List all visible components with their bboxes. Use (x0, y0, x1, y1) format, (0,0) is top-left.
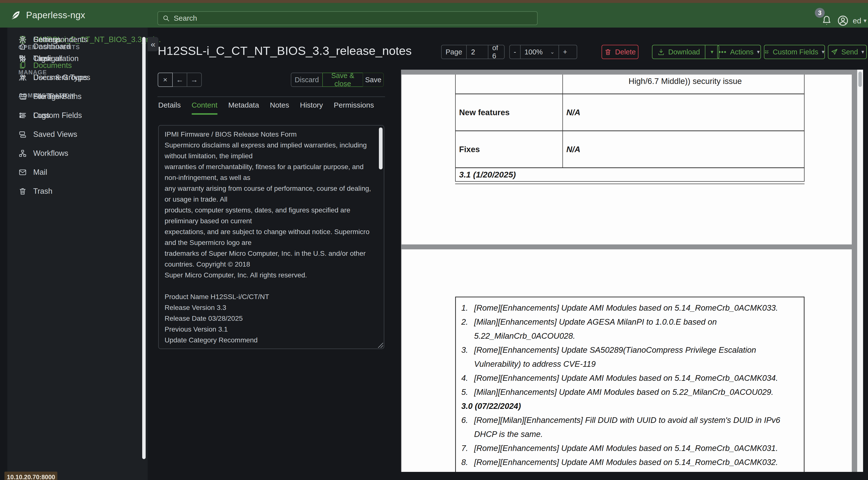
pdf-page-1: High/6.7 Middle)) security issue New fea… (402, 74, 852, 244)
sidebar-item-users-groups[interactable]: Users & Groups (7, 68, 148, 87)
list-item-number: 8. (461, 455, 474, 469)
list-item: 4. [Rome][Enhancements] Update AMI Modul… (461, 371, 799, 385)
table-row: New features N/A (455, 94, 805, 131)
list-item: 6. [Rome][Milan][Enhancements] Fill DUID… (461, 413, 799, 441)
top-navbar: Paperless-ngx 3 ed ▾ (0, 3, 868, 28)
download-button[interactable]: Download (652, 45, 705, 59)
delete-button[interactable]: Delete (601, 45, 639, 59)
list-item: 1. [Rome][Enhancements] Update AMI Modul… (461, 301, 799, 315)
list-item-text: 3.0 (07/22/2024) (461, 399, 799, 413)
list-item: 3.0 (07/22/2024) (461, 399, 799, 413)
sidebar-item-label: Logs (33, 111, 50, 120)
tab-content[interactable]: Content (192, 101, 217, 113)
sidebar-item-mail[interactable]: Mail (7, 163, 148, 182)
list-item-text: [Rome][Milan][Enhancements] For UsbBus-e… (474, 469, 799, 472)
textarea-resize-handle[interactable] (377, 342, 383, 348)
previous-document-button[interactable]: ← (172, 72, 187, 87)
sidebar-item-label: Settings (33, 35, 61, 44)
caret-down-icon: ▾ (822, 49, 825, 55)
notification-count-badge[interactable]: 3 (815, 8, 825, 18)
document-title: H12SSL-i_C_CT_NT_BIOS_3.3_release_notes (158, 44, 412, 58)
page-total-label: of 6 (488, 45, 504, 59)
gear-icon (19, 35, 27, 44)
trash-icon (19, 187, 27, 196)
zoom-select[interactable]: 100% ⌄ (521, 45, 559, 59)
zoom-out-button[interactable]: - (510, 45, 521, 59)
save-and-close-button[interactable]: Save & close (322, 72, 363, 87)
tab-history[interactable]: History (300, 101, 323, 113)
list-item-number: 5. (461, 385, 474, 399)
textarea-scrollbar[interactable] (379, 127, 382, 169)
sidebar-collapse-button[interactable]: « (148, 37, 158, 51)
sliders-icon (19, 54, 27, 63)
save-button-group: Discard Save & close Save (291, 72, 384, 87)
tab-metadata[interactable]: Metadata (228, 101, 259, 113)
sidebar-item-settings[interactable]: Settings (7, 30, 148, 49)
user-menu-caret-icon[interactable]: ▾ (864, 17, 867, 24)
list-item-number: 6. (461, 413, 474, 441)
download-caret-button[interactable]: ▾ (705, 45, 719, 59)
list-item-text: [Milan][Enhancements] Update AMI Modules… (474, 385, 799, 399)
release-notes-list: 1. [Rome][Enhancements] Update AMI Modul… (455, 297, 805, 472)
pdf-preview-pane: High/6.7 Middle)) security issue New fea… (401, 70, 863, 472)
paperless-app: Paperless-ngx 3 ed ▾ Dashboard Documents (0, 0, 868, 480)
tab-permissions[interactable]: Permissions (334, 101, 374, 113)
list-item-text: [Rome][Enhancements] Update SA50289(Tian… (474, 343, 799, 371)
tab-notes[interactable]: Notes (270, 101, 289, 113)
table-cell-value: N/A (563, 131, 804, 168)
table-row-partial: High/6.7 Middle)) security issue (455, 74, 805, 94)
brand[interactable]: Paperless-ngx (10, 3, 85, 28)
list-item-text: [Rome][Enhancements] Update AMI Modules … (474, 455, 799, 469)
list-item-number: 3. (461, 343, 474, 371)
save-button[interactable]: Save (363, 72, 384, 87)
download-icon (657, 48, 665, 56)
zoom-value: 100% (525, 48, 543, 56)
download-split-button: Download ▾ (652, 45, 719, 59)
close-document-button[interactable]: × (158, 72, 173, 87)
brand-name: Paperless-ngx (26, 10, 85, 21)
discard-button[interactable]: Discard (291, 72, 323, 87)
send-button[interactable]: Send ▾ (828, 45, 867, 59)
content-textarea[interactable]: IPMI Firmware / BIOS Release Notes Form … (158, 125, 384, 349)
sidebar-item-label: File Tasks (33, 92, 67, 101)
logs-icon (19, 111, 27, 120)
sidebar-item-workflows[interactable]: Workflows (7, 144, 148, 163)
list-item: 8. [Rome][Enhancements] Update AMI Modul… (461, 455, 799, 469)
sidebar-item-logs[interactable]: Logs (7, 106, 148, 125)
list-item: 5. [Milan][Enhancements] Update AMI Modu… (461, 385, 799, 399)
sidebar-item-label: Configuration (33, 54, 79, 63)
sidebar-scrollbar[interactable] (142, 37, 146, 459)
list-item-text: [Rome][Milan][Enhancements] Fill DUID wi… (474, 413, 799, 441)
sidebar-item-saved-views[interactable]: Saved Views (7, 125, 148, 144)
search-input[interactable] (173, 14, 533, 23)
list-item-text: [Rome][Enhancements] Update AMI Modules … (474, 301, 799, 315)
document-tabs: Details Content Metadata Notes History P… (158, 101, 374, 113)
next-document-button[interactable]: → (187, 72, 202, 87)
actions-button[interactable]: ••• Actions ▾ (717, 45, 761, 59)
list-item: 3. [Rome][Enhancements] Update SA50289(T… (461, 343, 799, 371)
pdf-page-2: 1. [Rome][Enhancements] Update AMI Modul… (402, 249, 852, 472)
ellipsis-icon: ••• (718, 48, 726, 56)
zoom-in-button[interactable]: + (559, 45, 571, 59)
content-text: IPMI Firmware / BIOS Release Notes Form … (164, 129, 374, 349)
sidebar-item-label: Workflows (33, 149, 68, 158)
pdf-scrollbar-track[interactable] (857, 70, 863, 472)
table-cell-security-issue: High/6.7 Middle)) security issue (563, 74, 804, 93)
page-number-input[interactable] (471, 48, 484, 56)
tab-details[interactable]: Details (158, 101, 181, 113)
list-item: 2. [Milan][Enhancements] Update AGESA Mi… (461, 315, 799, 343)
list-item-text: [Rome][Enhancements] Update AMI Modules … (474, 441, 799, 455)
custom-fields-button[interactable]: Custom Fields ▾ (764, 45, 825, 59)
caret-down-icon: ▾ (861, 49, 864, 55)
sidebar-item-file-tasks[interactable]: File Tasks (7, 87, 148, 106)
user-avatar-icon[interactable] (837, 15, 849, 27)
sidebar-item-label: Saved Views (33, 130, 77, 139)
list-item-number: 2. (461, 315, 474, 343)
send-icon (831, 48, 838, 56)
search-icon (162, 14, 170, 22)
caret-down-icon: ▾ (757, 49, 760, 55)
username-label[interactable]: ed (853, 17, 861, 25)
pdf-scrollbar-thumb[interactable] (859, 72, 862, 87)
sidebar-item-trash[interactable]: Trash (7, 182, 148, 201)
sidebar-item-configuration[interactable]: Configuration (7, 49, 148, 68)
